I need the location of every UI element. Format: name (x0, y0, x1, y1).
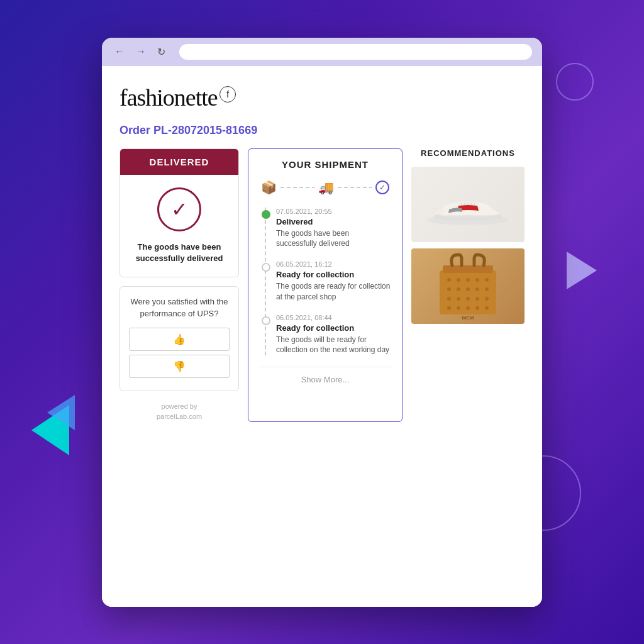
svg-point-15 (466, 287, 470, 291)
sneaker-image (411, 167, 525, 242)
shipment-card: YOUR SHIPMENT 📦 🚚 ✓ 07.05.2021, 20:55 De… (248, 148, 402, 422)
package-icon: 📦 (261, 180, 277, 195)
timeline-item: 07.05.2021, 20:55 Delivered The goods ha… (276, 208, 392, 250)
svg-point-12 (485, 278, 489, 282)
svg-point-18 (447, 297, 451, 301)
timeline-desc-3: The goods will be ready for collection o… (276, 335, 392, 356)
brand-name: fashionette (119, 84, 218, 111)
brand-logo: fashionette f (119, 84, 525, 111)
timeline-desc-1: The goods have been successfully deliver… (276, 228, 392, 250)
svg-point-11 (475, 278, 479, 282)
timeline-desc-2: The goods are ready for collection at th… (276, 281, 392, 303)
svg-point-16 (475, 287, 479, 291)
timeline-dot-2 (262, 263, 270, 272)
thumbs-up-icon: 👍 (173, 334, 186, 345)
delivered-card: DELIVERED ✓ The goods have been successf… (119, 148, 239, 277)
checkmark-symbol: ✓ (171, 197, 188, 221)
timeline-status-3: Ready for collection (276, 323, 392, 333)
thumbs-down-button[interactable]: 👎 (129, 355, 230, 378)
timeline: 07.05.2021, 20:55 Delivered The goods ha… (265, 208, 392, 356)
shipment-progress: 📦 🚚 ✓ (258, 180, 392, 195)
show-more-button[interactable]: Show More... (258, 367, 392, 392)
timeline-status-1: Delivered (276, 217, 392, 226)
svg-point-26 (475, 306, 479, 310)
svg-point-24 (457, 306, 460, 310)
thumbs-down-icon: 👎 (173, 361, 186, 372)
shipment-title: YOUR SHIPMENT (258, 159, 392, 170)
satisfaction-card: Were you satisfied with the performance … (119, 286, 239, 391)
main-grid: DELIVERED ✓ The goods have been successf… (119, 148, 525, 422)
browser-window: ← → ↻ fashionette f Order PL-28072015-81… (102, 38, 542, 607)
back-button[interactable]: ← (112, 45, 127, 58)
delivered-header: DELIVERED (120, 149, 238, 175)
timeline-dot-active (262, 210, 270, 219)
progress-line (280, 187, 314, 188)
address-bar[interactable] (179, 44, 532, 60)
delivered-message: The goods have been successfully deliver… (130, 242, 228, 264)
forward-button[interactable]: → (133, 45, 148, 58)
check-circle-icon: ✓ (157, 187, 201, 231)
powered-by: powered by parcelLab.com (119, 401, 239, 422)
svg-point-23 (447, 306, 451, 310)
svg-point-21 (475, 297, 479, 301)
svg-point-9 (457, 278, 460, 282)
timeline-date-3: 06.05.2021, 08:44 (276, 314, 392, 321)
brand-icon: f (219, 86, 236, 103)
svg-text:MCM: MCM (462, 315, 474, 321)
svg-point-27 (485, 306, 489, 310)
browser-toolbar: ← → ↻ (102, 38, 542, 66)
recommendations-column: RECOMMENDATIONS (411, 148, 525, 422)
svg-point-13 (447, 287, 451, 291)
timeline-dot-3 (262, 316, 270, 325)
refresh-button[interactable]: ↻ (155, 45, 168, 59)
order-title: Order PL-28072015-81669 (119, 124, 525, 137)
timeline-item: 06.05.2021, 16:12 Ready for collection T… (276, 260, 392, 303)
svg-point-8 (447, 278, 451, 282)
left-column: DELIVERED ✓ The goods have been successf… (119, 148, 239, 422)
thumbs-up-button[interactable]: 👍 (129, 328, 230, 351)
truck-icon: 🚚 (318, 180, 334, 195)
svg-point-10 (466, 278, 470, 282)
svg-point-17 (485, 287, 489, 291)
progress-line-2 (338, 187, 372, 188)
delivered-checkmark-icon: ✓ (375, 180, 389, 194)
recommendation-item-sneaker[interactable] (411, 167, 525, 242)
recommendations-title: RECOMMENDATIONS (411, 148, 525, 158)
recommendation-item-bag[interactable]: MCM (411, 248, 525, 324)
bag-image: MCM (411, 248, 525, 324)
svg-point-22 (485, 297, 489, 301)
timeline-item: 06.05.2021, 08:44 Ready for collection T… (276, 314, 392, 356)
svg-point-25 (466, 306, 470, 310)
svg-rect-7 (443, 265, 493, 273)
satisfaction-question: Were you satisfied with the performance … (129, 296, 230, 320)
svg-point-14 (457, 287, 460, 291)
delivered-body: ✓ The goods have been successfully deliv… (120, 175, 238, 277)
timeline-status-2: Ready for collection (276, 270, 392, 279)
timeline-date-1: 07.05.2021, 20:55 (276, 208, 392, 215)
svg-point-20 (466, 297, 470, 301)
timeline-date-2: 06.05.2021, 16:12 (276, 260, 392, 268)
page-content: fashionette f Order PL-28072015-81669 DE… (102, 66, 542, 607)
svg-point-19 (457, 297, 460, 301)
